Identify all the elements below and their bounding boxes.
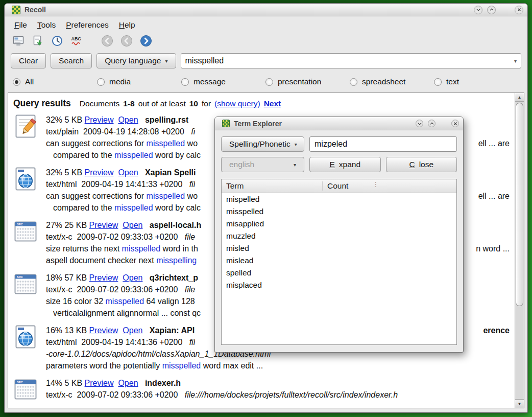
menu-accel: H	[119, 20, 125, 29]
text-segment	[142, 273, 149, 282]
term-table-header[interactable]: Term Count ⋮	[222, 179, 456, 193]
text-segment: word max edit ...	[201, 361, 263, 370]
term-row[interactable]: misplaced	[222, 279, 456, 291]
spellcheck-button[interactable]: ABC	[70, 34, 83, 48]
next-page-icon	[140, 35, 152, 47]
clock-button[interactable]	[51, 34, 64, 48]
query-language-combo[interactable]: Query language ▾	[96, 53, 176, 68]
table-button[interactable]	[12, 34, 25, 48]
table-icon	[12, 35, 25, 47]
text-segment	[118, 273, 123, 282]
minimize-icon[interactable]	[474, 6, 482, 14]
svg-text:SRC: SRC	[17, 275, 23, 279]
menu-preferences[interactable]: Preferences	[61, 19, 113, 31]
toolbar: ABC	[5, 32, 527, 51]
open-link[interactable]: Open	[123, 221, 142, 229]
term-row[interactable]: mislead	[222, 254, 456, 267]
preview-link[interactable]: Preview	[89, 221, 118, 229]
radio-icon	[13, 78, 20, 86]
doc-size: 57 KB	[64, 273, 89, 282]
text-segment: compared to the	[53, 203, 114, 212]
query-input[interactable]: misspelled ▾	[181, 53, 521, 68]
term-row[interactable]: spelled	[222, 267, 456, 279]
clock-icon	[51, 35, 63, 47]
chevron-down-icon: ▾	[295, 142, 297, 147]
language-combo[interactable]: english ▾	[221, 157, 304, 172]
clear-button[interactable]: Clear	[11, 53, 46, 68]
text-segment: word by calc	[153, 151, 201, 159]
term-input[interactable]: mizpeled	[309, 136, 457, 152]
chevron-down-icon[interactable]: ▾	[510, 58, 517, 64]
search-button[interactable]: Search	[51, 53, 92, 68]
scrollbar-thumb[interactable]	[516, 103, 523, 306]
chevron-down-icon: ▾	[165, 58, 167, 64]
preview-link[interactable]: Preview	[85, 115, 114, 124]
filter-text[interactable]: text	[434, 77, 518, 86]
menu-file[interactable]: File	[10, 19, 32, 31]
doc-meta: text/x-c 2009-07-02 09:33:03 +0200	[46, 233, 185, 241]
text-segment	[118, 326, 123, 335]
text-segment: wo	[185, 192, 198, 200]
scrollbar-track[interactable]	[515, 102, 524, 399]
doc-title: Xapian Spelli	[145, 168, 196, 177]
maximize-icon[interactable]	[428, 120, 436, 127]
doc-size: 5 KB	[64, 115, 84, 124]
term-column-header[interactable]: Term	[222, 181, 322, 191]
open-link[interactable]: Open	[118, 115, 138, 124]
count-cell	[322, 195, 331, 204]
close-button[interactable]: Close	[386, 157, 457, 172]
column-resize-handle[interactable]: ⋮	[373, 181, 379, 188]
menu-tools[interactable]: Tools	[33, 19, 60, 31]
count-column-header[interactable]: Count	[322, 181, 456, 191]
document-refresh-button[interactable]	[31, 34, 44, 48]
query-value: misspelled	[185, 56, 224, 65]
doc-url: fil	[189, 180, 196, 189]
results-title: Query results	[13, 98, 71, 109]
doc-title: q3richtext_p	[150, 273, 198, 282]
chevron-down-icon: ▾	[294, 162, 296, 168]
open-link[interactable]: Open	[118, 168, 138, 177]
dialog-titlebar[interactable]: Term Explorer	[215, 117, 463, 130]
expand-button[interactable]: Expand	[309, 157, 381, 172]
results-scrollbar[interactable]: ▲ ▼	[515, 93, 524, 408]
show-query-link[interactable]: (show query)	[214, 99, 260, 108]
svg-text:ABC: ABC	[71, 36, 82, 41]
filter-all[interactable]: All	[13, 77, 97, 86]
preview-link[interactable]: Preview	[85, 379, 114, 387]
next-page-button[interactable]	[139, 34, 153, 48]
preview-link[interactable]: Preview	[85, 168, 114, 177]
relevance-percent: 32%	[46, 115, 64, 124]
minimize-icon[interactable]	[416, 120, 423, 127]
filter-message[interactable]: message	[181, 77, 265, 86]
preview-link[interactable]: Preview	[89, 273, 118, 282]
open-link[interactable]: Open	[123, 273, 142, 282]
menu-help[interactable]: Help	[114, 19, 140, 31]
expansion-mode-combo[interactable]: Spelling/Phonetic ▾	[221, 136, 304, 152]
scroll-down-icon[interactable]: ▼	[515, 399, 524, 408]
filter-media[interactable]: media	[97, 77, 181, 86]
term-row[interactable]: mispelled	[222, 193, 456, 205]
term-row[interactable]: misapplied	[222, 218, 456, 230]
term-explorer-dialog: Term Explorer Spelling/Phonetic ▾ mizpel…	[214, 117, 464, 353]
term-row[interactable]: misled	[222, 242, 456, 254]
scroll-up-icon[interactable]: ▲	[515, 93, 524, 102]
open-link[interactable]: Open	[118, 379, 138, 387]
filter-bar: All media message presentation spreadshe…	[5, 72, 527, 92]
open-link[interactable]: Open	[123, 326, 142, 335]
term-row[interactable]: muzzled	[222, 230, 456, 242]
preview-link[interactable]: Preview	[89, 326, 118, 335]
term-row[interactable]: misspelled	[222, 205, 456, 218]
doc-url: file	[185, 285, 195, 294]
text-segment: n word ...	[476, 244, 510, 253]
first-page-button[interactable]	[101, 34, 114, 48]
filter-presentation[interactable]: presentation	[265, 77, 350, 86]
filter-spreadsheet[interactable]: spreadsheet	[350, 77, 434, 86]
window-titlebar[interactable]: Recoll	[5, 4, 527, 16]
close-icon[interactable]	[451, 120, 459, 127]
prev-page-button[interactable]	[120, 34, 133, 48]
next-page-link[interactable]: Next	[264, 99, 281, 108]
text-segment: size 16 color 32	[46, 297, 106, 306]
text-segment: can suggest corrections for	[46, 139, 147, 148]
close-icon[interactable]	[515, 6, 523, 14]
maximize-icon[interactable]	[487, 6, 496, 14]
